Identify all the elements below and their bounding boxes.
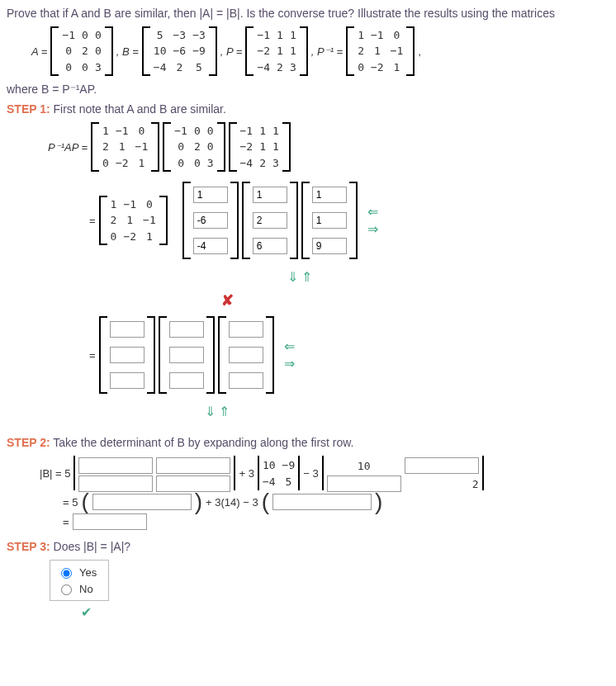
cell: −4 bbox=[257, 61, 270, 73]
step1-result-c1r1[interactable] bbox=[110, 321, 145, 338]
result-col2 bbox=[159, 316, 215, 394]
bracket-right bbox=[300, 26, 308, 76]
cell: 0 bbox=[138, 125, 145, 137]
step1-matrix-A: −100 020 003 bbox=[163, 122, 225, 172]
step2-det1-r1c2[interactable] bbox=[156, 457, 230, 474]
arrow-down-icon[interactable]: ⇓ bbox=[287, 270, 298, 284]
cell: 0 bbox=[207, 140, 214, 153]
step2-paren2-input[interactable] bbox=[272, 494, 372, 510]
step1-input-c1r3[interactable] bbox=[193, 238, 228, 254]
cell: 3 bbox=[290, 61, 296, 73]
cell: 1 bbox=[358, 29, 364, 41]
pinv-ap-label: P⁻¹AP = bbox=[48, 141, 88, 154]
step1-result-c1r2[interactable] bbox=[110, 347, 145, 363]
step2-final-input[interactable] bbox=[73, 513, 147, 530]
cell: 0 bbox=[65, 45, 72, 57]
step1-result-c3r3[interactable] bbox=[229, 372, 263, 389]
cell: −4 bbox=[263, 475, 276, 488]
matrix-Pinv: 1−10 21−1 0−21 bbox=[346, 26, 415, 76]
step2-det3-r2c1[interactable] bbox=[327, 475, 401, 492]
cell: −3 bbox=[192, 29, 206, 41]
minus3-text: − 3 bbox=[303, 467, 318, 480]
cell: 0 bbox=[111, 230, 117, 243]
step1-input-c2r3[interactable] bbox=[253, 238, 287, 254]
step1-result-c2r1[interactable] bbox=[169, 321, 204, 338]
arrow-left-icon[interactable]: ⇐ bbox=[367, 204, 378, 220]
radio-yes[interactable] bbox=[61, 568, 72, 579]
cell: 10 bbox=[263, 459, 276, 471]
step2-line2: = 5 ( ) + 3(14) − 3 ( ) bbox=[63, 494, 609, 510]
arrow-right-icon[interactable]: ⇒ bbox=[284, 356, 295, 371]
Pinv-label: , P⁻¹ = bbox=[311, 45, 343, 58]
cell: −4 bbox=[240, 157, 254, 169]
cell: 2 bbox=[194, 140, 201, 153]
where-text: where B = P⁻¹AP. bbox=[7, 83, 97, 96]
cell-ten: 10 bbox=[358, 460, 371, 472]
cell: 5 bbox=[196, 61, 202, 73]
step1-input-c3r3[interactable] bbox=[312, 238, 347, 254]
cell: 0 bbox=[82, 29, 88, 41]
result-col1 bbox=[99, 316, 155, 394]
arrow-left-icon[interactable]: ⇐ bbox=[284, 338, 295, 354]
step1-input-c3r2[interactable] bbox=[312, 212, 347, 229]
step1-input-c3r1[interactable] bbox=[312, 187, 347, 203]
step3-label: STEP 3: bbox=[7, 540, 50, 553]
input-col3 bbox=[301, 182, 358, 259]
where-clause: where B = P⁻¹AP. bbox=[7, 83, 609, 96]
input-col1 bbox=[182, 182, 239, 259]
step2-det1-r1c1[interactable] bbox=[78, 457, 153, 474]
equals-sign: = bbox=[89, 215, 96, 227]
step1-input-c2r1[interactable] bbox=[253, 187, 287, 203]
step1-result-c2r2[interactable] bbox=[169, 347, 204, 363]
step2-det3-r1c2[interactable] bbox=[405, 457, 479, 474]
step2-det1-r2c2[interactable] bbox=[156, 475, 230, 492]
arrow-up-icon[interactable]: ⇑ bbox=[219, 405, 230, 419]
cell: 1 bbox=[272, 125, 279, 137]
cell: 1 bbox=[290, 45, 296, 57]
cell: 5 bbox=[285, 475, 291, 488]
cell: 5 bbox=[157, 29, 163, 41]
det-input-3: 10 2 bbox=[322, 456, 484, 490]
cell: 1 bbox=[146, 230, 153, 243]
radio-yes-row[interactable]: Yes bbox=[57, 565, 97, 579]
cell: 1 bbox=[374, 45, 381, 57]
cell: 2 bbox=[176, 61, 182, 73]
step1-label: STEP 1: bbox=[7, 102, 50, 116]
cell: 2 bbox=[277, 61, 283, 73]
cell: 0 bbox=[95, 29, 102, 41]
step1-result-c3r1[interactable] bbox=[229, 321, 263, 338]
step2-text: Take the determinant of B by expanding a… bbox=[50, 436, 354, 449]
cell: 1 bbox=[138, 157, 145, 169]
cell: 0 bbox=[207, 125, 214, 137]
radio-no[interactable] bbox=[61, 584, 72, 595]
cell: 0 bbox=[95, 45, 102, 57]
arrow-right-icon[interactable]: ⇒ bbox=[367, 221, 378, 237]
cell: −1 bbox=[116, 125, 129, 137]
step1-input-c2r2[interactable] bbox=[253, 212, 287, 229]
step1-result-c1r3[interactable] bbox=[110, 372, 145, 389]
input-col2 bbox=[242, 182, 298, 259]
step2-det1-r2c1[interactable] bbox=[78, 475, 153, 492]
step1-header: STEP 1: First note that A and B are simi… bbox=[7, 102, 609, 116]
matrix-A: −100 020 003 bbox=[50, 26, 112, 76]
step3-radio-group: Yes No bbox=[50, 560, 109, 601]
step1-result-c2r3[interactable] bbox=[169, 372, 204, 389]
step1-input-c1r1[interactable] bbox=[193, 187, 228, 203]
cell: 3 bbox=[272, 157, 279, 169]
step2-line2b: + 3(14) − 3 bbox=[206, 496, 258, 509]
arrow-down-icon[interactable]: ⇓ bbox=[205, 405, 216, 419]
step1-input-c1r2[interactable] bbox=[193, 212, 228, 229]
plus3-text: + 3 bbox=[239, 467, 254, 480]
matrix-B: 5−3−3 10−6−9 −425 bbox=[142, 26, 217, 76]
A-label: A = bbox=[31, 45, 47, 58]
radio-no-row[interactable]: No bbox=[57, 582, 97, 595]
step1-result-c3r2[interactable] bbox=[229, 347, 263, 363]
cell: −4 bbox=[154, 61, 167, 73]
step2-paren1-input[interactable] bbox=[92, 494, 192, 510]
cell: 10 bbox=[154, 45, 167, 57]
arrow-up-icon[interactable]: ⇑ bbox=[301, 270, 312, 284]
trailing-comma: , bbox=[418, 45, 421, 58]
cell: 2 bbox=[259, 157, 266, 169]
step1-matrix-P: −111 −211 −423 bbox=[229, 122, 291, 172]
cell: −1 bbox=[257, 29, 270, 41]
